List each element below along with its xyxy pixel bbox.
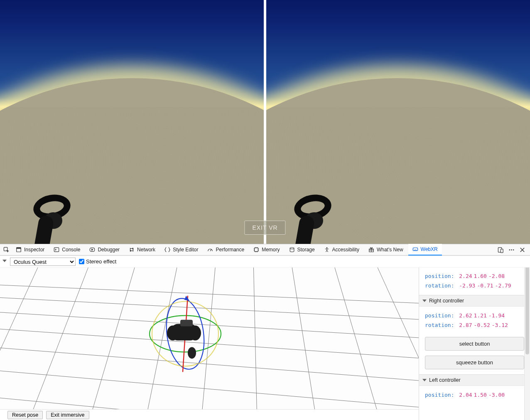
responsive-mode-icon[interactable]: [496, 245, 505, 254]
tab-whats-new[interactable]: What's New: [364, 244, 407, 255]
vr-eye-left: [0, 0, 265, 244]
webxr-panel: Oculus Quest Stereo effect: [0, 255, 530, 420]
tab-label: Console: [62, 247, 80, 253]
tab-label: Debugger: [98, 247, 120, 253]
controller-rendering-left: [29, 195, 79, 244]
tab-accessibility[interactable]: Accessibility: [320, 244, 363, 255]
prop-val-rotation: 2.87-0.52-3.12: [457, 322, 508, 328]
vr-eye-right: [265, 0, 530, 244]
tab-label: Memory: [262, 247, 280, 253]
prop-val-position: 2.241.60-2.08: [457, 273, 505, 279]
prop-key-rotation: rotation: [425, 322, 454, 328]
svg-point-13: [511, 249, 512, 251]
network-icon: [129, 247, 135, 253]
chevron-down-icon: [422, 379, 427, 381]
svg-point-6: [290, 248, 294, 249]
stereo-effect-input[interactable]: [79, 259, 84, 264]
tab-label: Accessibility: [332, 247, 359, 253]
section-title: Right controller: [429, 298, 464, 304]
gift-icon: [368, 247, 374, 253]
exit-immersive-button[interactable]: Exit immersive: [46, 411, 89, 419]
side-panel-scrollbar[interactable]: [524, 256, 530, 420]
right-controller-props: position 2.621.21-1.94 rotation 2.87-0.5…: [419, 307, 530, 334]
tab-label: Storage: [297, 247, 315, 253]
svg-point-12: [509, 249, 510, 251]
section-right-controller[interactable]: Right controller: [419, 295, 530, 307]
inspector-icon: [16, 247, 22, 253]
tab-style-editor[interactable]: Style Editor: [160, 244, 202, 255]
tab-label: Inspector: [24, 247, 44, 253]
exit-vr-button[interactable]: EXIT VR: [244, 221, 285, 235]
svg-rect-9: [413, 248, 417, 251]
tab-console[interactable]: Console: [49, 244, 84, 255]
device-select[interactable]: Oculus Quest: [10, 258, 76, 266]
chevron-down-icon: [422, 300, 427, 302]
tab-label: WebXR: [421, 246, 438, 252]
storage-icon: [289, 247, 295, 253]
tab-memory[interactable]: Memory: [249, 244, 284, 255]
tab-label: Style Editor: [173, 247, 198, 253]
webxr-simulator-canvas[interactable]: [0, 268, 419, 420]
squeeze-button[interactable]: squeeze button: [425, 356, 524, 369]
debugger-icon: [89, 247, 95, 253]
webxr-side-panel: Headset position 2.241.60-2.08 rotation …: [419, 256, 530, 420]
close-devtools-icon[interactable]: [518, 245, 527, 254]
webxr-icon: [412, 246, 418, 252]
stereo-effect-checkbox[interactable]: Stereo effect: [79, 258, 116, 265]
svg-rect-5: [255, 248, 258, 252]
prop-key-position: position: [425, 312, 454, 319]
tab-label: Performance: [216, 247, 244, 253]
webxr-controls-row: Oculus Quest Stereo effect: [0, 256, 530, 268]
console-icon: [54, 247, 59, 253]
tab-inspector[interactable]: Inspector: [12, 244, 49, 255]
svg-point-22: [189, 326, 201, 341]
memory-icon: [253, 247, 259, 253]
pick-element-icon[interactable]: [2, 245, 11, 254]
svg-rect-11: [501, 249, 503, 252]
tab-label: Network: [137, 247, 155, 253]
headset-props: position 2.241.60-2.08 rotation -2.93-0.…: [419, 267, 530, 295]
prop-key-position: position: [425, 392, 454, 398]
kebab-menu-icon[interactable]: [507, 245, 516, 254]
disclosure-icon[interactable]: [2, 260, 7, 264]
section-left-controller[interactable]: Left controller: [419, 374, 530, 386]
prop-key-rotation: rotation: [425, 282, 454, 289]
svg-rect-20: [180, 320, 193, 327]
svg-rect-2: [17, 248, 21, 249]
svg-point-14: [513, 249, 514, 251]
stereo-effect-label: Stereo effect: [86, 258, 116, 265]
style-editor-icon: [164, 247, 170, 253]
vr-stereo-viewport: EXIT VR: [0, 0, 530, 244]
tab-webxr[interactable]: WebXR: [408, 244, 442, 255]
prop-val-position: 2.041.50-3.00: [457, 392, 505, 398]
webxr-bottom-bar: Reset pose Exit immersive: [0, 409, 419, 420]
tab-network[interactable]: Network: [125, 244, 159, 255]
prop-val-position: 2.621.21-1.94: [457, 312, 505, 319]
prop-key-position: position: [425, 273, 454, 279]
tab-performance[interactable]: Performance: [203, 244, 248, 255]
controller-rendering-right: [290, 195, 340, 244]
tab-debugger[interactable]: Debugger: [85, 244, 124, 255]
tab-label: What's New: [377, 247, 403, 253]
svg-point-7: [326, 247, 327, 248]
reset-pose-button[interactable]: Reset pose: [7, 411, 43, 419]
accessibility-icon: [324, 247, 330, 253]
svg-point-21: [167, 326, 179, 341]
performance-icon: [207, 247, 213, 253]
select-button[interactable]: select button: [425, 337, 524, 351]
left-controller-props: position 2.041.50-3.00: [419, 386, 530, 404]
prop-val-rotation: -2.93-0.71-2.79: [457, 282, 511, 289]
stereo-divider: [264, 0, 266, 244]
tab-storage[interactable]: Storage: [285, 244, 319, 255]
svg-point-23: [188, 347, 196, 359]
section-title: Left controller: [429, 377, 461, 383]
devtools-tabbar: Inspector Console Debugger Network Style…: [0, 244, 530, 255]
